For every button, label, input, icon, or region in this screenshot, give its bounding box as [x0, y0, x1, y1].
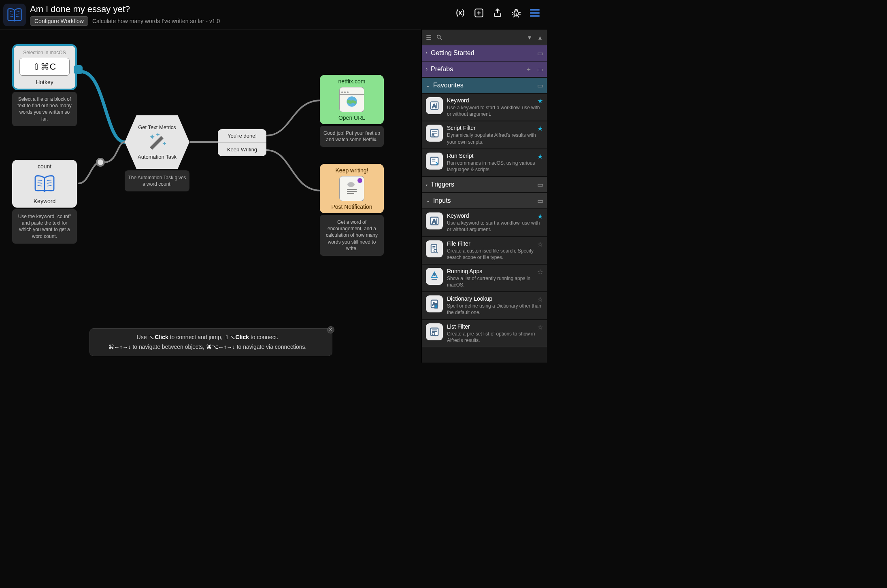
runscript-icon: [426, 153, 443, 170]
conditional-node[interactable]: You're done! Keep Writing: [218, 129, 266, 156]
svg-text:A: A: [432, 218, 436, 225]
node-description: The Automation Task gives a word count.: [125, 170, 189, 191]
list-icon[interactable]: ☰: [425, 34, 432, 41]
node-label: Hotkey: [16, 79, 73, 85]
keyword-value: count: [15, 163, 74, 170]
configure-workflow-button[interactable]: Configure Workflow: [30, 16, 88, 26]
close-icon[interactable]: ✕: [327, 326, 334, 333]
star-icon[interactable]: ☆: [537, 323, 543, 331]
export-icon[interactable]: [492, 7, 503, 19]
chevron-right-icon: ›: [426, 66, 428, 72]
node-description: Select a file or a block of text to find…: [12, 92, 77, 126]
node-label: Automation Task: [138, 154, 177, 160]
filefilter-icon: [426, 240, 443, 257]
node-title: Keep writing!: [323, 167, 381, 174]
automation-task-node[interactable]: Get Text Metrics Automation Task The Aut…: [125, 115, 189, 191]
section-getting-started[interactable]: › Getting Started ▭: [422, 45, 547, 61]
window-icon[interactable]: ▭: [536, 82, 544, 89]
window-icon[interactable]: ▭: [536, 197, 544, 204]
condition-keep[interactable]: Keep Writing: [218, 142, 266, 156]
svg-line-3: [10, 16, 13, 17]
palette-item-desc: Run commands in macOS, using various lan…: [447, 160, 543, 173]
debug-icon[interactable]: [511, 7, 522, 19]
svg-line-16: [38, 183, 43, 183]
palette-item-dictionary-lookup[interactable]: Aa Dictionary Lookup Spell or define usi…: [422, 292, 547, 319]
workflow-canvas[interactable]: Selection in macOS ⇧⌘C Hotkey Select a f…: [0, 29, 421, 363]
collapse-down-icon[interactable]: ▾: [526, 34, 533, 41]
keyword-node[interactable]: count Keyword Use the keyword "count" an…: [12, 160, 77, 244]
palette-item-desc: Create a pre-set list of options to show…: [447, 331, 543, 344]
palette-item-desc: Spell or define using a Dictionary other…: [447, 303, 543, 316]
node-label: Open URL: [323, 115, 381, 121]
palette-item-desc: Create a customised file search; Specify…: [447, 248, 543, 261]
section-prefabs[interactable]: › Prefabs ＋▭: [422, 61, 547, 77]
window-icon[interactable]: ▭: [536, 66, 544, 73]
section-inputs[interactable]: ⌄ Inputs ▭: [422, 193, 547, 209]
chevron-down-icon: ⌄: [426, 198, 430, 204]
node-description: Use the keyword "count" and paste the te…: [12, 209, 77, 244]
keyword-icon: A: [426, 212, 443, 229]
star-icon[interactable]: ☆: [537, 295, 543, 303]
menu-icon[interactable]: [529, 7, 540, 19]
search-icon[interactable]: [436, 34, 443, 41]
svg-line-18: [47, 180, 52, 180]
star-icon[interactable]: ★: [537, 125, 543, 132]
section-favourites[interactable]: ⌄ Favourites ▭: [422, 77, 547, 93]
plus-icon[interactable]: ＋: [525, 66, 532, 73]
help-bar: Use ⌥Click to connect and jump, ⇧⌥Click …: [89, 328, 332, 356]
post-notification-node[interactable]: Keep writing! Post Notification Get a wo…: [320, 164, 384, 256]
section-triggers[interactable]: › Triggers ▭: [422, 176, 547, 193]
scriptfilter-icon: [426, 125, 443, 142]
svg-line-15: [38, 180, 43, 180]
collapse-up-icon[interactable]: ▴: [536, 34, 544, 41]
svg-line-4: [16, 12, 19, 12]
palette-item-file-filter[interactable]: File Filter Create a customised file sea…: [422, 237, 547, 264]
hotkey-node[interactable]: Selection in macOS ⇧⌘C Hotkey Select a f…: [12, 44, 77, 126]
variables-icon[interactable]: [455, 7, 466, 19]
palette-item-title: Keyword: [447, 97, 543, 104]
node-url: netflix.com: [323, 78, 381, 85]
svg-line-6: [16, 16, 19, 17]
svg-point-47: [434, 274, 436, 276]
add-icon[interactable]: [473, 7, 485, 19]
chevron-right-icon: ›: [426, 182, 428, 187]
svg-point-26: [437, 35, 440, 38]
palette-item-title: Running Apps: [447, 268, 543, 274]
svg-line-1: [10, 12, 13, 12]
svg-line-17: [38, 186, 43, 186]
wand-icon: [145, 132, 169, 151]
app-header: Am I done my essay yet? Configure Workfl…: [0, 0, 547, 29]
palette-item-keyword[interactable]: A Keyword Use a keyword to start a workf…: [422, 209, 547, 236]
svg-rect-12: [530, 12, 539, 14]
node-label: Post Notification: [323, 204, 381, 210]
svg-line-20: [47, 186, 52, 186]
palette-item-running-apps[interactable]: Running Apps Show a list of currently ru…: [422, 264, 547, 292]
star-icon[interactable]: ☆: [537, 268, 543, 276]
window-icon[interactable]: ▭: [536, 181, 544, 188]
palette-item-keyword[interactable]: A Keyword Use a keyword to start a workf…: [422, 93, 547, 121]
svg-line-5: [16, 14, 19, 14]
svg-rect-13: [530, 15, 539, 17]
browser-icon: [339, 87, 364, 112]
palette-item-list-filter[interactable]: List Filter Create a pre-set list of opt…: [422, 320, 547, 347]
star-icon[interactable]: ★: [537, 97, 543, 105]
star-icon[interactable]: ☆: [537, 240, 543, 248]
star-icon[interactable]: ★: [537, 212, 543, 220]
svg-line-2: [10, 14, 13, 14]
palette-item-desc: Use a keyword to start a workflow, use w…: [447, 104, 543, 117]
svg-rect-11: [530, 9, 539, 11]
notification-icon: [339, 176, 364, 201]
palette-item-script-filter[interactable]: Script Filter Dynamically populate Alfre…: [422, 121, 547, 149]
palette-item-desc: Show a list of currently running apps in…: [447, 275, 543, 288]
star-icon[interactable]: ★: [537, 153, 543, 160]
chevron-right-icon: ›: [426, 50, 428, 56]
condition-done[interactable]: You're done!: [218, 129, 266, 142]
keyword-icon: A: [426, 97, 443, 114]
open-url-node[interactable]: netflix.com Open URL Good job! Put your …: [320, 75, 384, 147]
junction-node[interactable]: [96, 158, 105, 167]
palette-item-run-script[interactable]: Run Script Run commands in macOS, using …: [422, 149, 547, 176]
workflow-subtitle: Calculate how many words I've written so…: [92, 18, 220, 24]
window-icon[interactable]: ▭: [536, 49, 544, 57]
svg-rect-51: [435, 305, 437, 308]
chevron-down-icon: ⌄: [426, 83, 430, 88]
